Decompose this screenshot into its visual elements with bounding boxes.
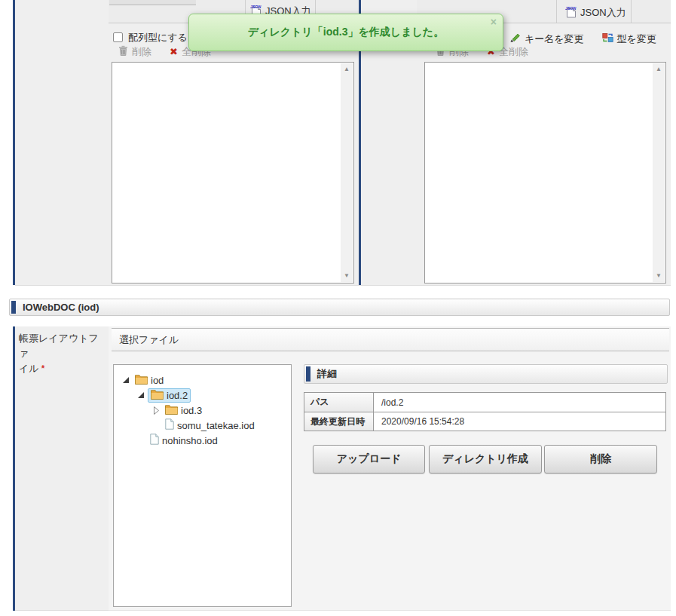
file-select-section: 選択ファイル iod iod.2 iod.3 [109, 326, 671, 611]
success-toast: ディレクトリ「iod.3」を作成しました。 × [188, 14, 503, 51]
tree-node[interactable]: iod.3 [114, 403, 291, 418]
file-icon [150, 434, 159, 447]
section-title: IOWebDOC (iod) [23, 302, 99, 313]
json-content-area-left[interactable]: ▲ ▼ [112, 62, 354, 283]
change-type-button[interactable]: 型を変更 [617, 32, 656, 46]
scroll-up-arrow[interactable]: ▲ [341, 63, 353, 75]
file-select-header: 選択ファイル [112, 328, 669, 351]
array-type-checkbox[interactable] [113, 32, 123, 42]
table-row: パス /iod.2 [304, 393, 665, 412]
scrollbar[interactable]: ▲ ▼ [653, 63, 665, 282]
field-label-line2: イル* [19, 361, 106, 376]
scrollbar[interactable]: ▲ ▼ [341, 63, 353, 282]
details-title: 詳細 [317, 367, 337, 381]
create-directory-button[interactable]: ディレクトリ作成 [429, 445, 542, 473]
tree-node-label: iod.3 [181, 405, 202, 416]
field-label-layout-file: 帳票レイアウトファ イル* [15, 326, 109, 611]
header-accent-bar [11, 301, 16, 314]
scroll-up-arrow[interactable]: ▲ [653, 63, 665, 75]
expanded-arrow-icon[interactable] [121, 376, 130, 384]
file-icon [165, 418, 174, 432]
json-file-icon: JSON [565, 5, 577, 20]
tree-node-label: iod [151, 375, 164, 386]
toast-message: ディレクトリ「iod.3」を作成しました。 [248, 26, 444, 39]
tree-node[interactable]: somu_tatekae.iod [114, 418, 291, 433]
tree-node-label: nohinsho.iod [162, 435, 218, 446]
path-value: /iod.2 [374, 393, 665, 412]
last-modified-value: 2020/09/16 15:54:28 [374, 412, 665, 431]
file-tree: iod iod.2 iod.3 somu_tatekae.iod [113, 364, 292, 607]
tree-node[interactable]: iod [114, 372, 291, 388]
header-accent-bar [306, 366, 310, 382]
folder-icon [151, 389, 164, 402]
delete-button[interactable]: 削除 [132, 45, 151, 59]
tree-node-label: somu_tatekae.iod [177, 420, 255, 431]
folder-icon [165, 404, 178, 417]
selected-tree-node[interactable]: iod.2 [148, 388, 191, 403]
table-row: 最終更新日時 2020/09/16 15:54:28 [304, 412, 665, 431]
toolbar-separator [631, 0, 632, 23]
tree-node[interactable]: nohinsho.iod [114, 433, 291, 448]
path-label: パス [304, 393, 374, 412]
tree-node[interactable]: iod.2 [114, 388, 291, 403]
expanded-arrow-icon[interactable] [136, 391, 145, 399]
rename-key-button[interactable]: キー名を変更 [525, 32, 584, 46]
json-input-button[interactable]: JSON JSON入力 [565, 5, 626, 20]
required-mark: * [41, 363, 45, 374]
close-icon[interactable]: × [491, 16, 497, 28]
delete-all-icon: ✖ [170, 47, 178, 57]
section-header-iowebdoc: IOWebDOC (iod) [9, 299, 670, 316]
pencil-icon [509, 32, 521, 45]
array-type-label: 配列型にする [128, 31, 188, 44]
svg-text:JSON: JSON [250, 5, 261, 9]
tree-node-label: iod.2 [167, 390, 188, 401]
details-header: 詳細 [304, 364, 668, 384]
folder-icon [135, 374, 148, 387]
upload-button[interactable]: アップロード [313, 445, 425, 473]
trash-icon [118, 45, 128, 59]
last-modified-label: 最終更新日時 [304, 412, 374, 431]
toolbar-separator [556, 0, 557, 23]
json-input-label: JSON入力 [580, 6, 626, 20]
scroll-down-arrow[interactable]: ▼ [653, 270, 665, 282]
svg-text:JSON: JSON [565, 6, 576, 11]
collapsed-arrow-icon[interactable] [151, 406, 160, 415]
section-divider [15, 285, 671, 286]
field-label-line1: 帳票レイアウトファ [19, 331, 106, 361]
json-content-area-right[interactable]: ▲ ▼ [424, 62, 666, 283]
delete-button[interactable]: 削除 [544, 445, 657, 473]
left-field-label-column [15, 0, 109, 285]
scroll-down-arrow[interactable]: ▼ [341, 270, 353, 282]
change-type-icon [602, 32, 613, 45]
cropped-control [109, 0, 196, 5]
details-table: パス /iod.2 最終更新日時 2020/09/16 15:54:28 [304, 392, 666, 431]
